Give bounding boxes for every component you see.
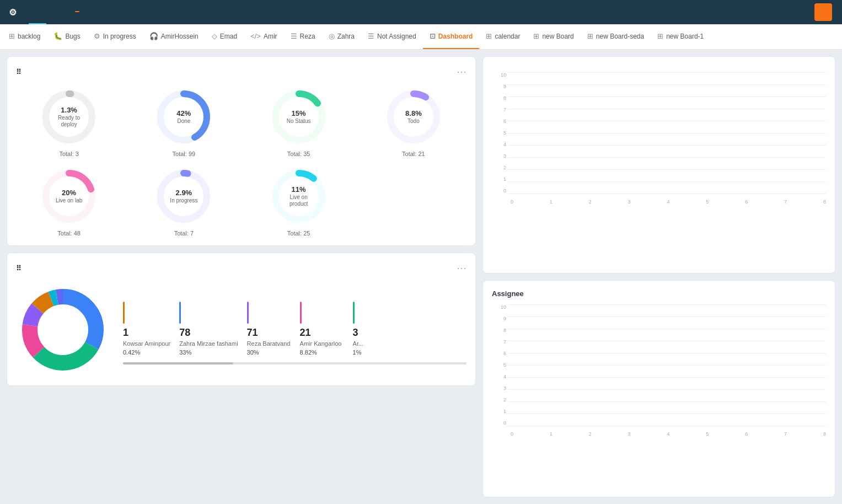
reporters-title: ⠿ — [16, 264, 26, 272]
donut-label: 42% Done — [176, 109, 191, 125]
reporter-name: Zahra Mirzae fashami — [179, 340, 238, 347]
reporter-bar — [353, 302, 355, 324]
donut-label: 20% Live on lab — [56, 189, 82, 204]
tab-forms[interactable] — [46, 0, 64, 24]
reporter-name: Kowsar Aminpour — [123, 340, 170, 347]
chart-grid-line — [508, 157, 826, 158]
reporter-name: Amir Kangarloo — [300, 340, 344, 347]
y-label: 4 — [492, 374, 508, 379]
y-label: 0 — [492, 420, 508, 426]
chart-grid-line — [508, 317, 826, 317]
subnav-emad[interactable]: ◇ Emad — [205, 24, 244, 49]
scroll-bar[interactable] — [123, 362, 466, 364]
reporter-col: 21 Amir Kangarloo 8.82% — [300, 302, 344, 355]
emad-icon: ◇ — [212, 32, 217, 40]
tasks-per-status-card: ⠿ ⋯ 1.3% Ready to deploy Total: 3 — [7, 56, 476, 246]
drag-handle-icon: ⠿ — [16, 68, 22, 76]
x-label: 5 — [706, 199, 709, 205]
x-label: 8 — [823, 431, 826, 437]
donut-total: Total: 7 — [174, 230, 194, 237]
donut-total: Total: 21 — [402, 151, 425, 157]
x-label: 0 — [511, 199, 513, 205]
donut-container: 42% Done — [153, 87, 214, 147]
donut-container: 1.3% Ready to deploy — [39, 87, 99, 147]
scroll-track — [123, 362, 466, 364]
subnav-bugs[interactable]: 🐛 Bugs — [47, 24, 87, 49]
subnav-new-board[interactable]: ⊞ new Board — [527, 24, 580, 49]
reza-icon: ☰ — [291, 32, 297, 40]
subnav-new-board-1[interactable]: ⊞ new Board-1 — [651, 24, 710, 49]
app-logo: ⚙ — [0, 0, 29, 24]
subnav-not-assigned[interactable]: ☰ Not Assigned — [361, 24, 423, 49]
reporter-pct: 8.82% — [300, 349, 344, 356]
dashboard-icon: ⊡ — [430, 32, 436, 40]
tasks-per-status-menu[interactable]: ⋯ — [457, 66, 466, 78]
subnav-backlog[interactable]: ⊞ backlog — [2, 24, 47, 49]
donut-total: Total: 25 — [287, 230, 310, 237]
donut-item: 42% Done Total: 99 — [131, 87, 237, 157]
donut-pct: 1.3% — [54, 106, 84, 115]
chart-grid-line — [508, 389, 826, 390]
chart-grid-line — [508, 194, 826, 194]
top-nav-tabs — [29, 0, 88, 24]
subnav-reza[interactable]: ☰ Reza — [284, 24, 322, 49]
donut-name: In progress — [170, 197, 197, 204]
left-panels: ⠿ ⋯ 1.3% Ready to deploy Total: 3 — [0, 50, 482, 504]
y-label: 3 — [492, 153, 508, 159]
subnav-new-board-seda[interactable]: ⊞ new Board-seda — [581, 24, 651, 49]
x-label: 5 — [706, 431, 709, 437]
chart-grid-line — [508, 377, 826, 378]
subnav-zahra[interactable]: ◎ Zahra — [322, 24, 361, 49]
y-label: 5 — [492, 130, 508, 136]
tab-views[interactable] — [29, 0, 46, 24]
reporter-name: Reza Baratvand — [247, 340, 291, 347]
new-board-icon: ⊞ — [533, 32, 539, 40]
not-assigned-icon: ☰ — [368, 32, 374, 40]
donut-total: Total: 48 — [57, 230, 81, 237]
subnav-inprogress[interactable]: ⚙ In progress — [87, 24, 143, 49]
x-label: 0 — [511, 431, 513, 437]
donut-grid: 1.3% Ready to deploy Total: 3 42% Done T… — [16, 87, 466, 237]
reporter-col: 78 Zahra Mirzae fashami 33% — [179, 302, 238, 355]
subnav-amirhossein[interactable]: 🎧 AmirHossein — [143, 24, 205, 49]
donut-item: 15% No Status Total: 35 — [246, 87, 352, 157]
subnav-dashboard[interactable]: ⊡ Dashboard — [423, 24, 480, 49]
gear-icon: ⚙ — [9, 7, 17, 18]
tasks-per-status-title: ⠿ — [16, 68, 26, 76]
reporter-col: 1 Kowsar Aminpour 0.42% — [123, 302, 170, 355]
chart-grid-line — [508, 96, 826, 97]
drag-handle-reporters-icon: ⠿ — [16, 264, 22, 272]
chart-grid-line — [508, 145, 826, 146]
donut-label: 11% Live on product — [283, 185, 314, 207]
reporters-menu[interactable]: ⋯ — [457, 262, 466, 274]
donut-name: Ready to deploy — [54, 115, 84, 128]
x-label: 1 — [550, 199, 553, 205]
reporters-body: 1 Kowsar Aminpour 0.42% 78 Zahra Mirzae … — [16, 283, 466, 377]
y-label: 5 — [492, 362, 508, 368]
reporters-stats: 1 Kowsar Aminpour 0.42% 78 Zahra Mirzae … — [123, 295, 466, 364]
subnav-calendar[interactable]: ⊞ calendar — [479, 24, 527, 49]
y-label: 2 — [492, 165, 508, 170]
tab-automations[interactable] — [64, 0, 88, 24]
donut-label: 2.9% In progress — [170, 189, 197, 204]
tasks-per-status-header: ⠿ ⋯ — [16, 66, 466, 78]
subnav-amir[interactable]: </> Amir — [244, 24, 283, 49]
chart-grid-line — [508, 121, 826, 121]
right-panels: 109876543210 012345678 Assignee 10987654… — [482, 50, 842, 504]
donut-pct: 8.8% — [405, 109, 422, 118]
inprogress-icon: ⚙ — [94, 32, 100, 40]
donut-pct: 11% — [283, 185, 314, 194]
reporter-bar — [300, 302, 302, 324]
chart-grid-line — [508, 426, 826, 426]
reporter-count: 71 — [247, 327, 291, 339]
chart-grid-line — [508, 133, 826, 133]
donut-total: Total: 35 — [287, 151, 310, 157]
x-label: 3 — [628, 431, 631, 437]
assignee-chart-area: 109876543210 012345678 — [492, 304, 826, 437]
chart-grid-line — [508, 72, 826, 73]
donut-name: Done — [176, 118, 191, 125]
zahra-icon: ◎ — [329, 32, 335, 40]
donut-item: 20% Live on lab Total: 48 — [16, 166, 122, 237]
orange-action-button[interactable] — [814, 3, 832, 21]
amirhossein-icon: 🎧 — [149, 32, 158, 40]
